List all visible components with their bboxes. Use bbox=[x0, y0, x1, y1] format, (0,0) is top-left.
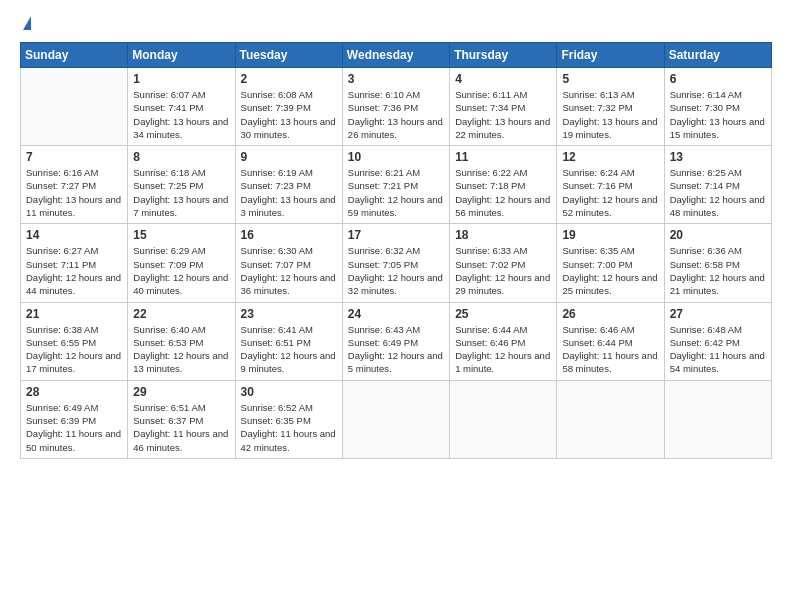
day-number: 24 bbox=[348, 307, 444, 321]
page-header bbox=[20, 16, 772, 30]
day-number: 7 bbox=[26, 150, 122, 164]
weekday-header-wednesday: Wednesday bbox=[342, 43, 449, 68]
day-info: Sunrise: 6:30 AM Sunset: 7:07 PM Dayligh… bbox=[241, 244, 337, 297]
day-number: 17 bbox=[348, 228, 444, 242]
calendar-cell: 3Sunrise: 6:10 AM Sunset: 7:36 PM Daylig… bbox=[342, 68, 449, 146]
calendar-cell: 15Sunrise: 6:29 AM Sunset: 7:09 PM Dayli… bbox=[128, 224, 235, 302]
day-info: Sunrise: 6:48 AM Sunset: 6:42 PM Dayligh… bbox=[670, 323, 766, 376]
day-info: Sunrise: 6:38 AM Sunset: 6:55 PM Dayligh… bbox=[26, 323, 122, 376]
calendar-cell bbox=[557, 380, 664, 458]
day-info: Sunrise: 6:40 AM Sunset: 6:53 PM Dayligh… bbox=[133, 323, 229, 376]
day-number: 9 bbox=[241, 150, 337, 164]
calendar-week-1: 1Sunrise: 6:07 AM Sunset: 7:41 PM Daylig… bbox=[21, 68, 772, 146]
calendar-cell: 5Sunrise: 6:13 AM Sunset: 7:32 PM Daylig… bbox=[557, 68, 664, 146]
day-info: Sunrise: 6:19 AM Sunset: 7:23 PM Dayligh… bbox=[241, 166, 337, 219]
weekday-header-sunday: Sunday bbox=[21, 43, 128, 68]
day-info: Sunrise: 6:24 AM Sunset: 7:16 PM Dayligh… bbox=[562, 166, 658, 219]
calendar-cell: 28Sunrise: 6:49 AM Sunset: 6:39 PM Dayli… bbox=[21, 380, 128, 458]
calendar-cell: 25Sunrise: 6:44 AM Sunset: 6:46 PM Dayli… bbox=[450, 302, 557, 380]
day-info: Sunrise: 6:08 AM Sunset: 7:39 PM Dayligh… bbox=[241, 88, 337, 141]
day-info: Sunrise: 6:14 AM Sunset: 7:30 PM Dayligh… bbox=[670, 88, 766, 141]
calendar-header-row: SundayMondayTuesdayWednesdayThursdayFrid… bbox=[21, 43, 772, 68]
calendar-cell: 4Sunrise: 6:11 AM Sunset: 7:34 PM Daylig… bbox=[450, 68, 557, 146]
day-number: 21 bbox=[26, 307, 122, 321]
day-number: 1 bbox=[133, 72, 229, 86]
calendar-cell: 12Sunrise: 6:24 AM Sunset: 7:16 PM Dayli… bbox=[557, 146, 664, 224]
calendar-cell: 7Sunrise: 6:16 AM Sunset: 7:27 PM Daylig… bbox=[21, 146, 128, 224]
calendar-cell: 14Sunrise: 6:27 AM Sunset: 7:11 PM Dayli… bbox=[21, 224, 128, 302]
calendar-cell: 26Sunrise: 6:46 AM Sunset: 6:44 PM Dayli… bbox=[557, 302, 664, 380]
day-info: Sunrise: 6:07 AM Sunset: 7:41 PM Dayligh… bbox=[133, 88, 229, 141]
day-number: 25 bbox=[455, 307, 551, 321]
calendar-cell bbox=[21, 68, 128, 146]
day-info: Sunrise: 6:41 AM Sunset: 6:51 PM Dayligh… bbox=[241, 323, 337, 376]
calendar-week-4: 21Sunrise: 6:38 AM Sunset: 6:55 PM Dayli… bbox=[21, 302, 772, 380]
calendar-cell: 23Sunrise: 6:41 AM Sunset: 6:51 PM Dayli… bbox=[235, 302, 342, 380]
day-info: Sunrise: 6:18 AM Sunset: 7:25 PM Dayligh… bbox=[133, 166, 229, 219]
day-number: 10 bbox=[348, 150, 444, 164]
calendar-cell: 13Sunrise: 6:25 AM Sunset: 7:14 PM Dayli… bbox=[664, 146, 771, 224]
calendar-week-5: 28Sunrise: 6:49 AM Sunset: 6:39 PM Dayli… bbox=[21, 380, 772, 458]
calendar-cell: 16Sunrise: 6:30 AM Sunset: 7:07 PM Dayli… bbox=[235, 224, 342, 302]
calendar-cell: 8Sunrise: 6:18 AM Sunset: 7:25 PM Daylig… bbox=[128, 146, 235, 224]
day-number: 5 bbox=[562, 72, 658, 86]
calendar-cell: 20Sunrise: 6:36 AM Sunset: 6:58 PM Dayli… bbox=[664, 224, 771, 302]
day-number: 13 bbox=[670, 150, 766, 164]
day-info: Sunrise: 6:51 AM Sunset: 6:37 PM Dayligh… bbox=[133, 401, 229, 454]
day-number: 16 bbox=[241, 228, 337, 242]
day-info: Sunrise: 6:43 AM Sunset: 6:49 PM Dayligh… bbox=[348, 323, 444, 376]
day-info: Sunrise: 6:44 AM Sunset: 6:46 PM Dayligh… bbox=[455, 323, 551, 376]
weekday-header-thursday: Thursday bbox=[450, 43, 557, 68]
calendar-cell bbox=[342, 380, 449, 458]
day-info: Sunrise: 6:36 AM Sunset: 6:58 PM Dayligh… bbox=[670, 244, 766, 297]
calendar-cell: 29Sunrise: 6:51 AM Sunset: 6:37 PM Dayli… bbox=[128, 380, 235, 458]
day-number: 28 bbox=[26, 385, 122, 399]
day-info: Sunrise: 6:49 AM Sunset: 6:39 PM Dayligh… bbox=[26, 401, 122, 454]
day-info: Sunrise: 6:27 AM Sunset: 7:11 PM Dayligh… bbox=[26, 244, 122, 297]
day-number: 26 bbox=[562, 307, 658, 321]
day-number: 20 bbox=[670, 228, 766, 242]
day-number: 4 bbox=[455, 72, 551, 86]
weekday-header-saturday: Saturday bbox=[664, 43, 771, 68]
calendar-cell: 1Sunrise: 6:07 AM Sunset: 7:41 PM Daylig… bbox=[128, 68, 235, 146]
weekday-header-tuesday: Tuesday bbox=[235, 43, 342, 68]
day-info: Sunrise: 6:32 AM Sunset: 7:05 PM Dayligh… bbox=[348, 244, 444, 297]
day-info: Sunrise: 6:21 AM Sunset: 7:21 PM Dayligh… bbox=[348, 166, 444, 219]
calendar-cell: 19Sunrise: 6:35 AM Sunset: 7:00 PM Dayli… bbox=[557, 224, 664, 302]
day-number: 27 bbox=[670, 307, 766, 321]
calendar-cell: 27Sunrise: 6:48 AM Sunset: 6:42 PM Dayli… bbox=[664, 302, 771, 380]
day-info: Sunrise: 6:35 AM Sunset: 7:00 PM Dayligh… bbox=[562, 244, 658, 297]
day-info: Sunrise: 6:25 AM Sunset: 7:14 PM Dayligh… bbox=[670, 166, 766, 219]
day-number: 29 bbox=[133, 385, 229, 399]
calendar-cell bbox=[450, 380, 557, 458]
calendar-cell bbox=[664, 380, 771, 458]
day-number: 18 bbox=[455, 228, 551, 242]
day-number: 23 bbox=[241, 307, 337, 321]
calendar-cell: 30Sunrise: 6:52 AM Sunset: 6:35 PM Dayli… bbox=[235, 380, 342, 458]
day-info: Sunrise: 6:46 AM Sunset: 6:44 PM Dayligh… bbox=[562, 323, 658, 376]
day-number: 22 bbox=[133, 307, 229, 321]
calendar-cell: 6Sunrise: 6:14 AM Sunset: 7:30 PM Daylig… bbox=[664, 68, 771, 146]
day-info: Sunrise: 6:11 AM Sunset: 7:34 PM Dayligh… bbox=[455, 88, 551, 141]
logo bbox=[20, 16, 31, 30]
day-info: Sunrise: 6:16 AM Sunset: 7:27 PM Dayligh… bbox=[26, 166, 122, 219]
day-number: 14 bbox=[26, 228, 122, 242]
calendar-cell: 24Sunrise: 6:43 AM Sunset: 6:49 PM Dayli… bbox=[342, 302, 449, 380]
day-number: 30 bbox=[241, 385, 337, 399]
day-info: Sunrise: 6:52 AM Sunset: 6:35 PM Dayligh… bbox=[241, 401, 337, 454]
day-number: 6 bbox=[670, 72, 766, 86]
calendar-week-3: 14Sunrise: 6:27 AM Sunset: 7:11 PM Dayli… bbox=[21, 224, 772, 302]
day-number: 19 bbox=[562, 228, 658, 242]
day-info: Sunrise: 6:33 AM Sunset: 7:02 PM Dayligh… bbox=[455, 244, 551, 297]
day-number: 15 bbox=[133, 228, 229, 242]
day-number: 3 bbox=[348, 72, 444, 86]
day-number: 11 bbox=[455, 150, 551, 164]
weekday-header-friday: Friday bbox=[557, 43, 664, 68]
calendar-week-2: 7Sunrise: 6:16 AM Sunset: 7:27 PM Daylig… bbox=[21, 146, 772, 224]
calendar-cell: 11Sunrise: 6:22 AM Sunset: 7:18 PM Dayli… bbox=[450, 146, 557, 224]
weekday-header-monday: Monday bbox=[128, 43, 235, 68]
day-number: 2 bbox=[241, 72, 337, 86]
calendar-cell: 21Sunrise: 6:38 AM Sunset: 6:55 PM Dayli… bbox=[21, 302, 128, 380]
calendar-cell: 2Sunrise: 6:08 AM Sunset: 7:39 PM Daylig… bbox=[235, 68, 342, 146]
day-info: Sunrise: 6:29 AM Sunset: 7:09 PM Dayligh… bbox=[133, 244, 229, 297]
